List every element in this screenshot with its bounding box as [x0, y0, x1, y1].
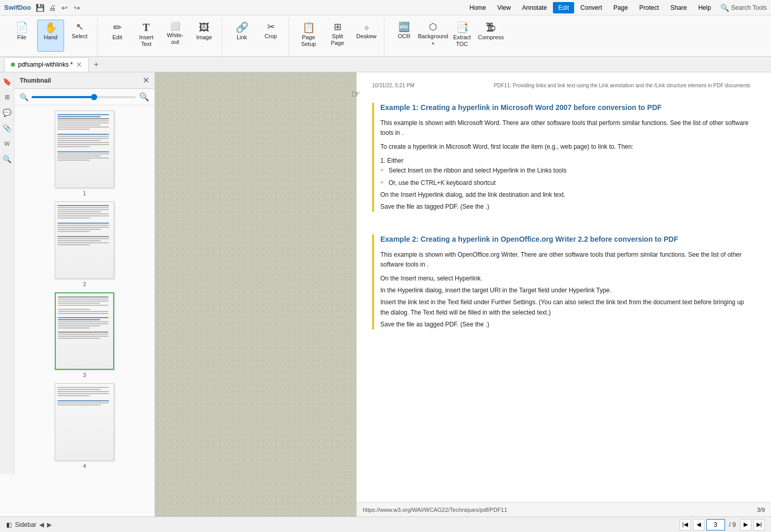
sidebar-toggle-label: Sidebar [15, 521, 36, 528]
menu-convert[interactable]: Convert [575, 2, 607, 13]
attachment-icon[interactable]: 📎 [2, 123, 12, 133]
thumbnail-1[interactable]: 1 [55, 111, 114, 196]
thumbnail-frame-1 [55, 111, 114, 188]
undo-icon[interactable]: ↩ [60, 3, 69, 12]
sub-list: Select Insert on the ribbon and select H… [389, 166, 750, 187]
zoom-in-icon[interactable]: 🔍 [139, 92, 149, 102]
thumb-line [57, 207, 109, 208]
zoom-out-icon[interactable]: 🔍 [20, 93, 28, 101]
extract-toc-button[interactable]: 📑 Extract TOC [449, 20, 475, 52]
select-button[interactable]: ↖ Select [66, 20, 93, 52]
list-item: Or, use the CTRL+K keyboard shortcut [389, 178, 750, 188]
menu-home[interactable]: Home [465, 2, 491, 13]
thumb-line [57, 231, 90, 232]
thumb-line [58, 336, 109, 337]
extract-toc-label: Extract TOC [450, 34, 474, 48]
ribbon-row-1: 📄 File ✋ Hand ↖ Select [8, 20, 93, 54]
menu-protect[interactable]: Protect [634, 2, 664, 13]
page-header-title: PDF11: Providing links and link text usi… [494, 83, 750, 88]
deskew-button[interactable]: ⬦ Deskew [353, 20, 380, 52]
watermark-icon[interactable]: W [2, 138, 12, 149]
crop-icon: ✂ [267, 22, 275, 32]
redo-icon[interactable]: ↪ [72, 3, 82, 12]
ocr-button[interactable]: 🔤 OCR [391, 20, 418, 52]
split-page-button[interactable]: ⊞ Split Page [324, 20, 351, 52]
menu-annotate[interactable]: Annotate [517, 2, 552, 13]
save-icon[interactable]: 💾 [35, 3, 44, 12]
page-setup-button[interactable]: 📋 Page Setup [295, 20, 322, 52]
thumb-line [57, 229, 101, 230]
grid-icon[interactable]: ⊞ [2, 92, 12, 102]
page-number-input[interactable] [706, 519, 725, 530]
deskew-icon: ⬦ [364, 22, 369, 32]
nav-last-button[interactable]: ▶| [753, 519, 765, 530]
thumb-line [58, 321, 109, 322]
thumb-line [57, 122, 109, 123]
white-out-icon: ⬜ [170, 22, 180, 30]
bookmark-icon[interactable]: 🔖 [2, 76, 12, 87]
thumb-line [58, 305, 109, 306]
insert-text-button[interactable]: T Insert Text [133, 20, 160, 52]
link-button[interactable]: 🔗 Link [228, 20, 255, 52]
thumbnail-2[interactable]: 2 [55, 201, 114, 287]
background-button[interactable]: ⬡ Background ▼ [420, 20, 446, 52]
zoom-fill [32, 96, 94, 98]
nav-first-button[interactable]: |◀ [680, 519, 691, 530]
thumbnail-3[interactable]: 3 [55, 292, 114, 378]
menu-bar: Home View Annotate Edit Convert Page Pro… [465, 2, 716, 13]
tab-main[interactable]: pdfsampl-withlinks * ✕ [4, 57, 89, 72]
thumbnail-4[interactable]: 4 [55, 383, 114, 469]
nav-prev-button[interactable]: ◀ [693, 519, 704, 530]
sidebar-header: Thumbnail ✕ [14, 72, 155, 89]
menu-page[interactable]: Page [608, 2, 633, 13]
thumb-line [57, 140, 101, 141]
hand-button[interactable]: ✋ Hand [37, 20, 64, 52]
print-icon[interactable]: 🖨 [48, 3, 57, 12]
thumb-lines-3 [56, 293, 113, 342]
list-item: On the Insert menu, select Hyperlink. [380, 274, 750, 284]
thumbnail-frame-4 [55, 383, 114, 461]
comment-icon[interactable]: 💬 [2, 107, 12, 118]
menu-share[interactable]: Share [665, 2, 692, 13]
search-tools-icon: 🔍 [720, 4, 729, 12]
edit-button[interactable]: ✏ Edit [104, 20, 131, 52]
thumb-line [57, 225, 109, 226]
search-tools[interactable]: 🔍 Search Tools [720, 4, 767, 12]
thumb-line [58, 303, 100, 304]
menu-help[interactable]: Help [693, 2, 716, 13]
section-1-list: 1. Either Select Insert on the ribbon an… [380, 156, 750, 212]
menu-edit[interactable]: Edit [553, 2, 574, 13]
tab-close-button[interactable]: ✕ [76, 60, 82, 69]
sidebar-arrow-left[interactable]: ◀ [39, 521, 44, 528]
nav-next-button[interactable]: ▶ [740, 519, 751, 530]
thumb-line [57, 120, 109, 121]
search-sidebar-icon[interactable]: 🔍 [2, 154, 12, 164]
list-item: 1. Either Select Insert on the ribbon an… [380, 156, 750, 188]
sidebar-icons: 🔖 ⊞ 💬 📎 W 🔍 [0, 72, 14, 474]
thumb-line [57, 205, 109, 206]
tab-add-button[interactable]: + [90, 58, 102, 71]
thumb-line [57, 153, 109, 154]
select-icon: ↖ [76, 22, 84, 32]
thumb-line [57, 211, 101, 212]
thumb-line [57, 240, 101, 241]
zoom-slider[interactable] [32, 96, 136, 98]
menu-view[interactable]: View [492, 2, 516, 13]
zoom-control: 🔍 🔍 [14, 89, 155, 105]
compress-button[interactable]: 🗜 Compress [477, 20, 504, 52]
ribbon-row-4: 📋 Page Setup ⊞ Split Page ⬦ Deskew [295, 20, 380, 54]
sidebar-arrow-right[interactable]: ▶ [47, 521, 52, 528]
file-button[interactable]: 📄 File [8, 20, 35, 52]
sidebar-close-button[interactable]: ✕ [143, 75, 149, 85]
crop-button[interactable]: ✂ Crop [257, 20, 284, 52]
image-button[interactable]: 🖼 Image [191, 20, 218, 52]
white-out-button[interactable]: ⬜ White-out [162, 20, 189, 52]
white-out-label: White-out [163, 32, 187, 45]
thumb-content-3 [56, 293, 113, 369]
thumb-line [57, 124, 101, 126]
sidebar-toggle[interactable]: ◧ Sidebar ◀ ▶ [6, 521, 52, 528]
zoom-thumb[interactable] [91, 94, 97, 100]
section-2: Example 2: Creating a hyperlink in OpenO… [372, 234, 750, 330]
content-area: ☞ 10/31/22, 5:21 PM PDF11: Providing lin… [155, 72, 771, 517]
thumb-line [58, 325, 100, 326]
